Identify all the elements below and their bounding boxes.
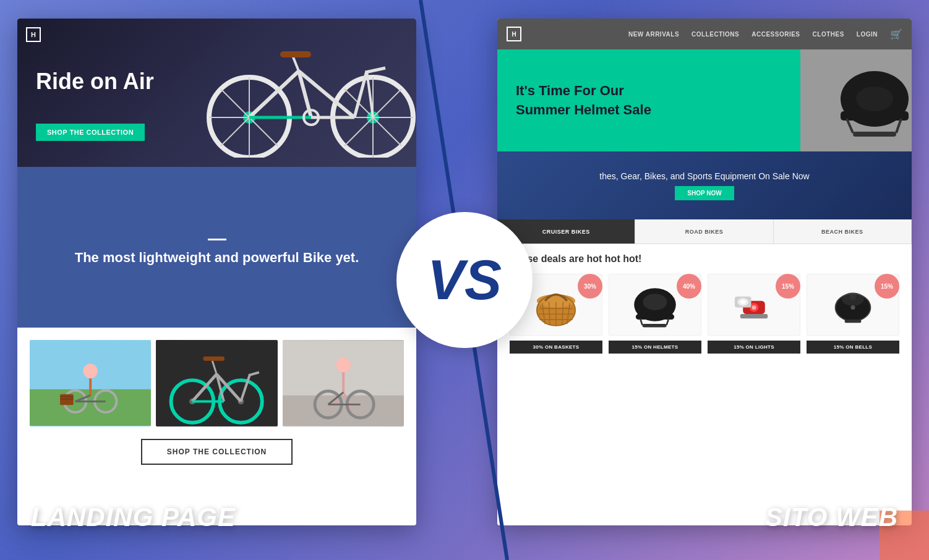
svg-point-50	[336, 358, 351, 373]
wp-light-label: 15% ON LIGHTS	[708, 341, 800, 354]
lp-bike-img-2	[156, 340, 277, 426]
wp-nav-collections[interactable]: COLLECTIONS	[691, 31, 739, 38]
bike-img-2-svg	[156, 340, 277, 426]
vs-circle: VS	[396, 212, 533, 348]
wp-deals-section: These deals are hot hot hot! 30%	[497, 244, 912, 360]
svg-point-89	[740, 300, 746, 303]
wp-nav-login[interactable]: LOGIN	[857, 31, 878, 38]
lp-bike-grid	[30, 340, 404, 426]
wp-deals-title: These deals are hot hot hot!	[510, 253, 899, 265]
svg-rect-47	[203, 357, 225, 361]
wp-categories: CRUISER BIKES ROAD BIKES BEACH BIKES	[497, 219, 912, 244]
wp-hero-title: It's Time For Our Summer Helmet Sale	[516, 82, 651, 120]
right-panel-website: H NEW ARRIVALS COLLECTIONS ACCESSORIES C…	[497, 19, 912, 525]
svg-rect-21	[280, 51, 311, 57]
basket-svg	[531, 280, 581, 329]
lp-blue-subtitle: The most lightweight and powerful Bike y…	[75, 250, 359, 266]
svg-rect-61	[841, 111, 909, 121]
svg-line-20	[293, 56, 299, 71]
wp-nav-logo: H	[507, 27, 521, 41]
lp-bike-img-1	[30, 340, 151, 426]
svg-point-95	[850, 305, 855, 310]
wp-cat-road[interactable]: ROAD BIKES	[635, 219, 773, 244]
wp-product-bell: 15% 15% ON BELLS	[807, 274, 899, 354]
vs-text: VS	[427, 252, 502, 308]
wp-hero-banner: It's Time For Our Summer Helmet Sale 40%	[497, 49, 912, 151]
left-panel-landing-page: H Ride on Air SHOP THE COLLECTION	[17, 19, 416, 525]
landing-page-label: LANDING PAGE	[31, 503, 236, 532]
wp-basket-badge: 30%	[578, 274, 602, 299]
svg-rect-86	[740, 314, 768, 318]
wp-cat-beach[interactable]: BEACH BIKES	[774, 219, 912, 244]
wp-helmet-badge: 40%	[677, 274, 701, 299]
svg-point-62	[856, 87, 893, 111]
svg-rect-94	[845, 320, 862, 323]
lp-bottom-section: SHOP THE COLLECTION	[17, 328, 416, 477]
wp-second-banner: thes, Gear, Bikes, and Sports Equipment …	[497, 151, 912, 219]
bell-svg	[828, 280, 878, 329]
wp-nav-new-arrivals[interactable]: NEW ARRIVALS	[628, 31, 679, 38]
light-svg	[729, 280, 779, 329]
wp-product-helmet: 40% 15% ON HELMETS	[609, 274, 701, 354]
wp-helmet-label: 15% ON HELMETS	[609, 341, 701, 354]
wp-shop-now-button[interactable]: SHOP NOW	[675, 186, 734, 200]
svg-rect-49	[283, 396, 404, 426]
svg-point-85	[751, 305, 756, 310]
svg-line-19	[366, 68, 385, 72]
helmet-illustration	[800, 49, 912, 151]
lp-shop-button[interactable]: SHOP THE COLLECTION	[36, 124, 145, 141]
lp-bike-img-3	[283, 340, 404, 426]
lp-logo: H	[26, 27, 41, 42]
lp-hero-title: Ride on Air	[36, 68, 154, 95]
wp-second-banner-text: thes, Gear, Bikes, and Sports Equipment …	[599, 171, 809, 181]
wp-basket-label: 30% ON BASKETS	[510, 341, 602, 354]
wp-hero-line2: Summer Helmet Sale	[516, 102, 651, 117]
wp-nav-accessories[interactable]: ACCESSORIES	[751, 31, 800, 38]
svg-rect-31	[60, 394, 74, 405]
bike-hero-illustration	[175, 22, 416, 158]
lp-bottom-shop-button[interactable]: SHOP THE COLLECTION	[141, 439, 293, 465]
svg-rect-82	[643, 324, 667, 327]
wp-hero-text: It's Time For Our Summer Helmet Sale	[516, 82, 651, 120]
svg-point-79	[643, 294, 667, 310]
wp-helmet-area	[800, 49, 912, 151]
wp-navigation: H NEW ARRIVALS COLLECTIONS ACCESSORIES C…	[497, 19, 912, 49]
lp-blue-section: The most lightweight and powerful Bike y…	[17, 167, 416, 328]
wp-bell-label: 15% ON BELLS	[807, 341, 899, 354]
svg-point-25	[83, 364, 98, 379]
lp-hero-section: H Ride on Air SHOP THE COLLECTION	[17, 19, 416, 167]
wp-hero-line1: It's Time For Our	[516, 83, 624, 98]
wp-products-grid: 30%	[510, 274, 899, 354]
wp-nav-clothes[interactable]: CLOTHES	[813, 31, 844, 38]
svg-rect-65	[853, 132, 896, 137]
sito-web-label: SITO WEB	[765, 503, 898, 532]
wp-light-badge: 15%	[776, 274, 800, 299]
lp-blue-dash	[208, 239, 226, 240]
bike-img-3-svg	[283, 340, 404, 426]
wp-product-light: 15% 15% ON LIGHTS	[708, 274, 800, 354]
helmet-product-svg	[630, 280, 680, 329]
wp-nav-cart-icon[interactable]: 🛒	[890, 28, 902, 40]
wp-bell-badge: 15%	[875, 274, 899, 299]
bike-img-1-svg	[30, 340, 151, 426]
